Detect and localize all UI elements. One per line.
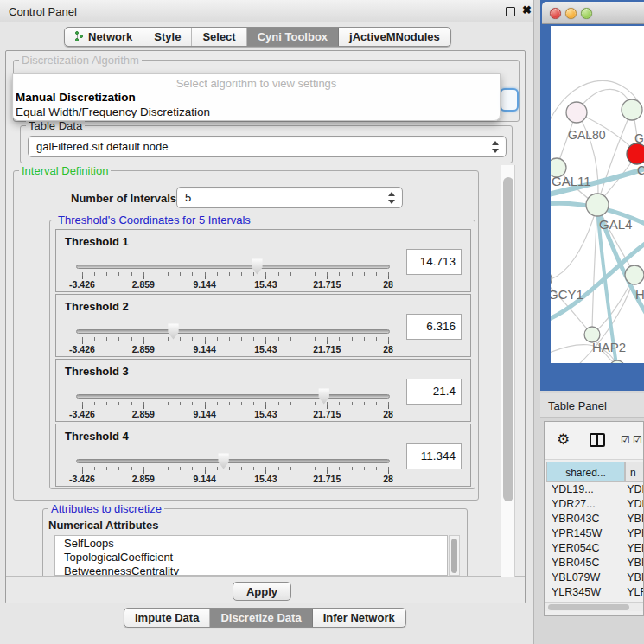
node-label: GAL80 [568,128,606,142]
threshold-4-panel: Threshold 4 -3.4262.8599.144 15.4321.715… [55,424,471,487]
node-label: H [635,287,644,302]
discretization-algorithm-title: Discretization Algorithm [19,54,142,67]
tab-select[interactable]: Select [192,28,246,46]
tab-impute-data[interactable]: Impute Data [124,609,210,627]
algorithm-hint: Select algorithm to view settings [13,77,500,90]
network-window-titlebar [542,2,644,24]
list-item[interactable]: TopologicalCoefficient [55,550,447,564]
network-view-window: GAL80 GA C GAL11 GAL4 GCY1 H HAP2 [540,0,644,391]
checkbox-icon[interactable]: ☑ [621,434,630,446]
table-data-combo[interactable]: galFiltered.sif default node [28,136,507,157]
num-intervals-combo[interactable]: 5 [176,187,403,208]
control-panel-window: Control Panel ✖ Network Style Select Cyn… [0,0,534,644]
node-h[interactable] [625,265,644,284]
apply-strip: Apply [6,576,525,603]
num-intervals-label: Number of Intervals [71,192,176,205]
algorithm-dropdown-popup: Select algorithm to view settings Manual… [12,73,501,121]
algorithm-combo-focused[interactable] [500,88,519,112]
attributes-list-scrollbar[interactable] [449,535,460,576]
table-row[interactable]: YBR043CYBR0 [546,512,644,526]
tab-network[interactable]: Network [65,28,143,46]
float-window-icon[interactable] [506,7,515,16]
threshold-4-value[interactable]: 11.344 [406,443,462,469]
node-label: GCY1 [551,287,583,302]
numerical-attributes-label: Numerical Attributes [48,519,158,532]
table-panel-title: Table Panel [548,399,607,412]
node-gal80[interactable] [566,102,587,123]
tab-cyni-toolbox[interactable]: Cyni Toolbox [247,28,339,46]
table-row[interactable]: YDR27...YDR2 [546,497,644,512]
threshold-2-slider[interactable] [76,329,390,334]
column-header-name[interactable]: n [625,462,644,482]
table-toolbar: ⚙ ☑ ☑ [545,422,644,460]
table-panel-header: Table Panel [540,393,644,418]
node-green-top[interactable] [622,99,642,120]
menu-item-manual-discretization[interactable]: Manual Discretization [16,91,136,104]
thresholds-group: Threshold's Coordinates for 5 Intervals … [49,220,475,489]
slider-axis: -3.4262.8599.144 15.4321.71528 [82,409,388,419]
table-data-title: Table Data [26,119,85,132]
threshold-1-value[interactable]: 14.713 [406,249,462,275]
tab-jactivemnodules[interactable]: jActiveMNodules [339,28,450,46]
table-row[interactable]: YPR145WYPR1 [546,526,644,541]
content-scrollbar[interactable] [501,165,515,577]
bottom-tab-bar: Impute Data Discretize Data Infer Networ… [124,608,406,628]
scrollbar-thumb[interactable] [503,177,513,501]
table-data-group: Table Data galFiltered.sif default node [20,125,513,163]
table-row[interactable]: YER054CYER0 [546,541,644,556]
tab-discretize-data[interactable]: Discretize Data [210,609,312,627]
list-item[interactable]: BetweennessCentrality [55,564,447,576]
threshold-2-value[interactable]: 6.316 [406,314,462,340]
node-label: HAP2 [592,340,626,354]
slider-axis: -3.4262.8599.144 15.4321.71528 [82,279,388,290]
stepper-icon [388,192,396,204]
threshold-4-slider[interactable] [76,459,390,463]
top-tab-bar: Network Style Select Cyni Toolbox jActiv… [64,27,451,47]
close-icon[interactable]: ✖ [522,3,532,16]
scrollbar-thumb[interactable] [548,604,629,610]
interval-definition-title: Interval Definition [19,164,111,177]
gear-icon[interactable]: ⚙ [557,430,570,449]
zoom-traffic-light-icon[interactable] [581,8,592,19]
node-gcy1[interactable] [551,270,552,289]
table-row[interactable]: YBL079WYBL0 [546,571,644,585]
threshold-3-panel: Threshold 3 -3.4262.8599.144 15.4321.715… [55,359,471,422]
threshold-2-panel: Threshold 2 -3.4262.8599.144 15.4321.715… [55,294,471,357]
tab-infer-network[interactable]: Infer Network [313,609,405,627]
control-panel-titlebar: Control Panel ✖ [0,0,533,22]
thresholds-title: Threshold's Coordinates for 5 Intervals [55,214,253,226]
table-horizontal-scrollbar[interactable] [545,602,644,611]
threshold-1-slider[interactable] [76,265,390,269]
threshold-3-slider[interactable] [76,394,390,399]
table-row[interactable]: YLR345WYLR3 [546,585,644,600]
node-label: GAL11 [552,174,591,188]
table-header-row: shared... n [546,462,644,482]
network-graph: GAL80 GA C GAL11 GAL4 GCY1 H HAP2 [551,26,644,363]
threshold-3-value[interactable]: 21.4 [406,379,462,405]
slider-axis: -3.4262.8599.144 15.4321.71528 [82,344,388,354]
checkbox-icon[interactable]: ☑ [633,434,642,446]
attributes-title: Attributes to discretize [48,502,164,515]
menu-item-equal-width-frequency[interactable]: Equal Width/Frequency Discretization [16,105,210,118]
interval-definition-group: Interval Definition Number of Intervals … [13,170,479,501]
apply-button[interactable]: Apply [233,582,291,601]
table-rows: YDL19...YDL1 YDR27...YDR2 YBR043CYBR0 YP… [546,482,644,615]
minimize-traffic-light-icon[interactable] [565,8,577,19]
slider-axis: -3.4262.8599.144 15.4321.71528 [82,474,388,484]
numerical-attributes-list[interactable]: SelfLoops TopologicalCoefficient Between… [54,535,448,576]
network-icon [75,31,84,42]
node-label: GA [634,131,644,145]
column-header-shared-name[interactable]: shared... [546,462,625,482]
node-label: GAL4 [599,217,632,232]
list-item[interactable]: SelfLoops [55,536,447,550]
table-row[interactable]: YBR045CYBR0 [546,556,644,571]
table-row[interactable]: YDL19...YDL1 [546,482,644,497]
network-canvas[interactable]: GAL80 GA C GAL11 GAL4 GCY1 H HAP2 [551,26,644,363]
table-panel-body: ⚙ ☑ ☑ shared... n YDL19...YDL1 YDR27...Y… [544,421,644,616]
node-gal4[interactable] [586,194,609,216]
tab-style[interactable]: Style [143,28,192,46]
columns-icon[interactable] [590,433,605,447]
close-traffic-light-icon[interactable] [550,8,561,19]
node-red-selected[interactable] [627,143,644,164]
panel-title: Control Panel [9,5,77,18]
